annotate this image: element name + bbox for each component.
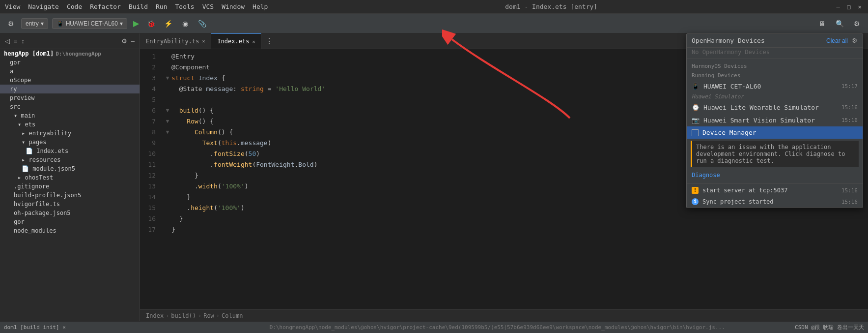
sidebar-item-gor[interactable]: gor: [0, 58, 140, 67]
debug-button[interactable]: 🐞: [145, 19, 157, 29]
menu-tools[interactable]: Tools: [175, 3, 195, 10]
device-icon: 📱: [56, 20, 64, 27]
device-selector[interactable]: 📱 HUAWEI CET-AL60 ▾: [52, 18, 127, 29]
device-item-lite-wearable[interactable]: ⌚ Huawei Lite Wearable Simulator 15:16: [687, 101, 863, 114]
toolbar: ⚙ entry ▾ 📱 HUAWEI CET-AL60 ▾ ▶ 🐞 ⚡ ◉ 📎 …: [0, 14, 868, 33]
remote-button[interactable]: 🖥: [816, 19, 829, 29]
sidebar-item-pages[interactable]: ▾ pages: [0, 138, 140, 147]
search-toolbar-button[interactable]: 🔍: [833, 19, 847, 29]
status-bottom-text: D:\hongmengApp\node_modules\@ohos\hvigor…: [270, 324, 789, 331]
diagnose-link[interactable]: Diagnose: [692, 172, 720, 179]
entry-label: entry: [26, 20, 39, 27]
sidebar-item-ets[interactable]: ▾ ets: [0, 120, 140, 129]
sidebar-item-entryability[interactable]: ▸ entryability: [0, 129, 140, 138]
build-init-tab[interactable]: dom1 [build init] ×: [4, 324, 66, 331]
sidebar-item-index-ets[interactable]: 📄 Index.ets: [0, 147, 140, 155]
project-root-item[interactable]: hengApp [dom1] D:\hongmengApp: [0, 49, 140, 58]
running-devices-label: Running Devices: [687, 70, 863, 80]
tab-more-button[interactable]: ⋮: [261, 36, 277, 46]
status-left: dom1 [build init] ×: [4, 324, 264, 331]
device-manager-icon: [692, 129, 699, 136]
coverage-button[interactable]: ◉: [179, 19, 191, 29]
wearable-icon: ⌚: [692, 103, 700, 111]
run-button[interactable]: ▶: [131, 18, 141, 29]
profile-button[interactable]: ⚡: [161, 19, 175, 29]
sidebar-item-main[interactable]: ▾ main: [0, 111, 140, 120]
tab-index-close[interactable]: ✕: [252, 39, 255, 44]
sidebar-item-gor2[interactable]: gor: [0, 217, 140, 226]
clear-all-button[interactable]: Clear all: [826, 37, 848, 44]
menu-navigate[interactable]: Navigate: [28, 3, 59, 10]
breadcrumb-column[interactable]: Column: [222, 312, 243, 319]
tab-entryability-close[interactable]: ✕: [202, 38, 205, 44]
sidebar-collapse-button[interactable]: ◁: [4, 36, 11, 46]
sidebar-item-ohostest[interactable]: ▸ ohosTest: [0, 173, 140, 182]
device-dropdown-icon: ▾: [120, 20, 123, 27]
log-text-info: Sync project started: [702, 198, 838, 205]
log-entry-warn: ! start server at tcp:5037 15:16: [687, 185, 863, 196]
phone-icon: 📱: [692, 82, 700, 90]
device-item-device-manager[interactable]: Device Manager: [687, 126, 863, 139]
attach-button[interactable]: 📎: [195, 19, 209, 29]
warning-text: There is an issue with the application d…: [696, 144, 855, 164]
sidebar-item-gitignore[interactable]: .gitignore: [0, 182, 140, 191]
sidebar-item-resources[interactable]: ▸ resources: [0, 155, 140, 164]
window-controls: — □ ✕: [835, 3, 863, 10]
maximize-button[interactable]: □: [845, 3, 852, 10]
sidebar-item-hvigorfile[interactable]: hvigorfile.ts: [0, 200, 140, 209]
device-name-lite-wearable: Huawei Lite Wearable Simulator: [703, 104, 838, 111]
sidebar-item-oscope[interactable]: oScope: [0, 76, 140, 85]
breadcrumb: Index › build() › Row › Column: [140, 309, 868, 321]
close-button[interactable]: ✕: [856, 3, 863, 10]
sidebar-expand-button[interactable]: ≡: [13, 36, 19, 46]
log-time-warn: 15:16: [841, 187, 858, 194]
tab-entryability[interactable]: EntryAbility.ts ✕: [140, 33, 211, 49]
settings-toolbar-button[interactable]: ⚙: [851, 19, 863, 29]
info-icon: i: [692, 198, 699, 205]
menu-vcs[interactable]: VCS: [202, 3, 214, 10]
device-item-smart-vision[interactable]: 📷 Huawei Smart Vision Simulator 15:16: [687, 114, 863, 126]
sidebar: ◁ ≡ ↕ ⚙ – hengApp [dom1] D:\hongmengApp …: [0, 33, 140, 321]
sidebar-item-src[interactable]: src: [0, 102, 140, 111]
breadcrumb-build[interactable]: build(): [171, 312, 196, 319]
settings-icon-button[interactable]: ⚙: [5, 19, 17, 29]
breadcrumb-row[interactable]: Row: [203, 312, 214, 319]
status-right-label: CSDN @跟 耿瑞 卷出一天天: [795, 324, 864, 331]
device-panel-settings-button[interactable]: ⚙: [852, 37, 858, 44]
breadcrumb-index[interactable]: Index: [146, 312, 164, 319]
sidebar-item-oh-package[interactable]: oh-package.json5: [0, 209, 140, 217]
panel-divider: [687, 183, 863, 184]
sidebar-item-ry[interactable]: ry: [0, 85, 140, 93]
device-name-manager: Device Manager: [702, 129, 858, 136]
sidebar-settings-button[interactable]: ⚙: [120, 36, 128, 46]
tab-index-ets[interactable]: Index.ets ✕: [211, 33, 261, 49]
device-label: HUAWEI CET-AL60: [66, 20, 118, 27]
device-dropdown-panel: OpenHarmony Devices Clear all ⚙ No OpenH…: [686, 33, 863, 208]
sidebar-item-module-json[interactable]: 📄 module.json5: [0, 164, 140, 173]
log-time-info: 15:16: [841, 199, 858, 205]
line-numbers: 12345 678910 1112131415 1617: [140, 49, 160, 309]
menu-help[interactable]: Help: [252, 3, 268, 10]
menu-refactor[interactable]: Refactor: [90, 3, 121, 10]
warn-icon: !: [692, 187, 699, 194]
entry-dropdown-icon: ▾: [41, 20, 44, 27]
device-time-lite-wearable: 15:16: [841, 104, 858, 111]
sidebar-item-preview[interactable]: preview: [0, 93, 140, 102]
menu-window[interactable]: Window: [222, 3, 245, 10]
minimize-button[interactable]: —: [835, 3, 841, 10]
sidebar-minimize-button[interactable]: –: [130, 36, 136, 46]
sidebar-item-a[interactable]: a: [0, 67, 140, 76]
menu-run[interactable]: Run: [156, 3, 167, 10]
menu-build[interactable]: Build: [129, 3, 148, 10]
device-item-huawei-cet[interactable]: 📱 HUAWEI CET-AL60 15:17: [687, 80, 863, 92]
sidebar-content: hengApp [dom1] D:\hongmengApp gor a oSco…: [0, 49, 140, 321]
device-time-smart-vision: 15:16: [841, 117, 858, 123]
menu-code[interactable]: Code: [67, 3, 82, 10]
sidebar-item-build-profile[interactable]: build-profile.json5: [0, 191, 140, 200]
sidebar-item-node-modules[interactable]: node_modules: [0, 226, 140, 235]
device-name-smart-vision: Huawei Smart Vision Simulator: [703, 117, 838, 124]
sidebar-autoscroll-button[interactable]: ↕: [21, 36, 26, 46]
entry-selector[interactable]: entry ▾: [21, 18, 48, 29]
menu-view[interactable]: View: [5, 3, 20, 10]
tab-entryability-label: EntryAbility.ts: [146, 38, 199, 45]
